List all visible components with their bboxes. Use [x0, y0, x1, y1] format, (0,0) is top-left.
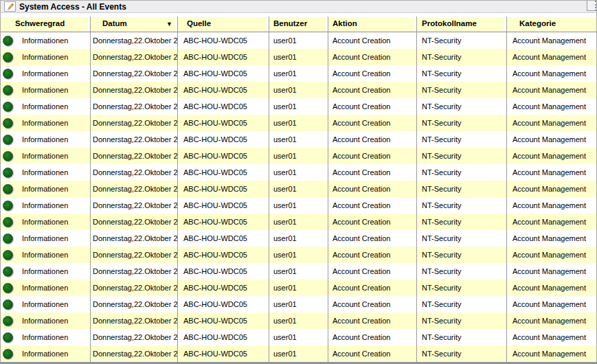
cell-quelle: ABC-HOU-WDC05: [178, 82, 269, 98]
cell-quelle: ABC-HOU-WDC05: [178, 214, 269, 230]
cell-aktion: Account Creation: [328, 214, 417, 230]
column-header-protokollname[interactable]: Protokollname: [417, 16, 507, 32]
cell-protokollname: NT-Security: [417, 263, 507, 280]
cell-aktion: Account Creation: [328, 131, 417, 148]
event-viewer-window: System Access - All Events SchweregradDa…: [0, 0, 597, 364]
cell-schweregrad: Informationen: [1, 65, 91, 82]
table-row[interactable]: InformationenDonnerstag,22.Oktober 20ABC…: [1, 49, 596, 65]
column-header-label: Benutzer: [273, 19, 307, 27]
cell-aktion: Account Creation: [328, 115, 417, 131]
cell-kategorie: Account Management: [507, 214, 596, 230]
severity-label: Informationen: [22, 148, 68, 164]
severity-green-circle-icon: [3, 118, 13, 128]
cell-quelle: ABC-HOU-WDC05: [178, 280, 269, 296]
table-row[interactable]: InformationenDonnerstag,22.Oktober 20ABC…: [1, 65, 596, 82]
cell-kategorie: Account Management: [507, 247, 596, 263]
column-header-benutzer[interactable]: Benutzer: [269, 16, 328, 32]
severity-green-circle-icon: [3, 201, 13, 211]
cell-schweregrad: Informationen: [1, 115, 91, 131]
cell-kategorie: Account Management: [507, 280, 596, 296]
table-row[interactable]: InformationenDonnerstag,22.Oktober 20ABC…: [1, 247, 596, 263]
cell-quelle: ABC-HOU-WDC05: [178, 312, 269, 329]
cell-schweregrad: Informationen: [1, 296, 91, 312]
cell-benutzer: user01: [269, 32, 328, 49]
cell-protokollname: NT-Security: [417, 148, 507, 164]
severity-label: Informationen: [22, 296, 68, 312]
cell-aktion: Account Creation: [328, 164, 417, 181]
table-row[interactable]: InformationenDonnerstag,22.Oktober 20ABC…: [1, 345, 596, 362]
cell-kategorie: Account Management: [507, 115, 596, 131]
severity-label: Informationen: [22, 115, 68, 131]
table-row[interactable]: InformationenDonnerstag,22.Oktober 20ABC…: [1, 263, 596, 280]
table-row[interactable]: InformationenDonnerstag,22.Oktober 20ABC…: [1, 312, 596, 329]
cell-kategorie: Account Management: [507, 329, 596, 345]
cell-kategorie: Account Management: [507, 32, 596, 49]
severity-green-circle-icon: [3, 234, 13, 244]
cell-datum: Donnerstag,22.Oktober 20: [91, 148, 178, 164]
cell-protokollname: NT-Security: [417, 131, 507, 148]
cell-quelle: ABC-HOU-WDC05: [178, 98, 269, 115]
table-row[interactable]: InformationenDonnerstag,22.Oktober 20ABC…: [1, 181, 596, 197]
cell-schweregrad: Informationen: [1, 98, 91, 115]
severity-green-circle-icon: [3, 299, 13, 310]
severity-green-circle-icon: [3, 217, 13, 227]
table-row[interactable]: InformationenDonnerstag,22.Oktober 20ABC…: [1, 197, 596, 214]
table-row[interactable]: InformationenDonnerstag,22.Oktober 20ABC…: [1, 296, 596, 312]
severity-green-circle-icon: [3, 266, 13, 277]
table-row[interactable]: InformationenDonnerstag,22.Oktober 20ABC…: [1, 214, 596, 230]
cell-schweregrad: Informationen: [1, 214, 91, 230]
table-row[interactable]: InformationenDonnerstag,22.Oktober 20ABC…: [1, 164, 596, 181]
cell-protokollname: NT-Security: [417, 247, 507, 263]
column-header-quelle[interactable]: Quelle: [178, 16, 269, 32]
cell-datum: Donnerstag,22.Oktober 20: [91, 98, 178, 115]
cell-schweregrad: Informationen: [1, 263, 91, 280]
severity-green-circle-icon: [3, 316, 13, 326]
cell-benutzer: user01: [269, 148, 328, 164]
severity-green-circle-icon: [3, 283, 13, 293]
cell-protokollname: NT-Security: [417, 164, 507, 181]
table-row[interactable]: InformationenDonnerstag,22.Oktober 20ABC…: [1, 280, 596, 296]
cell-datum: Donnerstag,22.Oktober 20: [91, 181, 178, 197]
cell-datum: Donnerstag,22.Oktober 20: [91, 312, 178, 329]
column-header-label: Aktion: [333, 19, 357, 27]
cell-benutzer: user01: [269, 329, 328, 345]
table-row[interactable]: InformationenDonnerstag,22.Oktober 20ABC…: [1, 115, 596, 131]
column-header-label: Datum: [102, 19, 127, 27]
cell-kategorie: Account Management: [507, 296, 596, 312]
table-row[interactable]: InformationenDonnerstag,22.Oktober 20ABC…: [1, 131, 596, 148]
severity-label: Informationen: [22, 98, 68, 115]
severity-label: Informationen: [22, 312, 68, 329]
column-header-aktion[interactable]: Aktion: [328, 16, 417, 32]
cell-protokollname: NT-Security: [417, 65, 507, 82]
severity-green-circle-icon: [3, 52, 13, 62]
severity-label: Informationen: [22, 49, 68, 65]
cell-schweregrad: Informationen: [1, 230, 91, 247]
cell-protokollname: NT-Security: [417, 49, 507, 65]
cell-datum: Donnerstag,22.Oktober 20: [91, 247, 178, 263]
cell-schweregrad: Informationen: [1, 82, 91, 98]
cell-quelle: ABC-HOU-WDC05: [178, 164, 269, 181]
cell-quelle: ABC-HOU-WDC05: [178, 247, 269, 263]
cell-quelle: ABC-HOU-WDC05: [178, 230, 269, 247]
column-header-kategorie[interactable]: Kategorie: [507, 16, 596, 32]
table-row[interactable]: InformationenDonnerstag,22.Oktober 20ABC…: [1, 82, 596, 98]
column-header-label: Kategorie: [519, 19, 556, 27]
cell-quelle: ABC-HOU-WDC05: [178, 296, 269, 312]
cell-schweregrad: Informationen: [1, 197, 91, 214]
corner-widget[interactable]: [587, 1, 596, 11]
severity-label: Informationen: [22, 181, 68, 197]
cell-benutzer: user01: [269, 49, 328, 65]
cell-quelle: ABC-HOU-WDC05: [178, 65, 269, 82]
table-row[interactable]: InformationenDonnerstag,22.Oktober 20ABC…: [1, 98, 596, 115]
table-row[interactable]: InformationenDonnerstag,22.Oktober 20ABC…: [1, 329, 596, 345]
cell-benutzer: user01: [269, 296, 328, 312]
column-header-schweregrad[interactable]: Schweregrad: [1, 16, 91, 32]
cell-benutzer: user01: [269, 181, 328, 197]
column-header-datum[interactable]: Datum▼: [91, 16, 178, 32]
cell-kategorie: Account Management: [507, 98, 596, 115]
table-row[interactable]: InformationenDonnerstag,22.Oktober 20ABC…: [1, 148, 596, 164]
table-row[interactable]: InformationenDonnerstag,22.Oktober 20ABC…: [1, 230, 596, 247]
severity-label: Informationen: [22, 263, 68, 280]
table-row[interactable]: InformationenDonnerstag,22.Oktober 20ABC…: [1, 32, 596, 49]
cell-aktion: Account Creation: [328, 296, 417, 312]
